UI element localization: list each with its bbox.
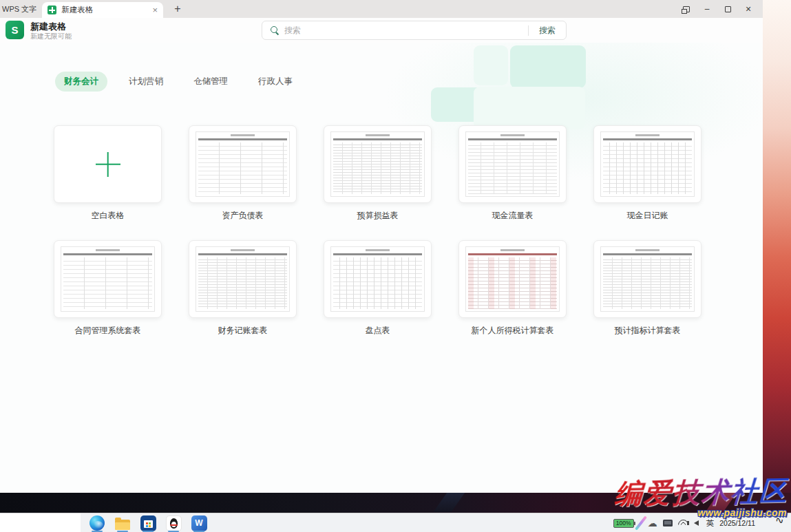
mint-square-decoration: [510, 45, 586, 88]
template-label: 盘点表: [366, 325, 390, 337]
mint-square-decoration: [474, 45, 508, 85]
desktop-wallpaper-right: [763, 0, 791, 513]
plus-icon: [96, 152, 120, 177]
minimize-button[interactable]: –: [697, 1, 717, 17]
template-label: 现金流量表: [492, 210, 534, 222]
page-subtitle: 新建无限可能: [30, 32, 72, 41]
template-thumbnail: [61, 246, 155, 312]
template-thumbnail: [196, 246, 290, 312]
wps-sheets-logo: S: [6, 21, 24, 39]
template-thumbnail: [196, 131, 290, 197]
search-input[interactable]: [284, 25, 528, 35]
search-bar: 搜索: [262, 21, 567, 40]
template-cell: 预计指标计算套表: [593, 240, 702, 337]
template-row: 合同管理系统套表 财务记账套表 盘点表 新个人所得税计算套表: [54, 240, 702, 337]
mint-square-decoration: [474, 87, 585, 129]
template-card[interactable]: [593, 125, 702, 203]
template-label: 资产负债表: [222, 210, 264, 222]
template-card[interactable]: [593, 240, 702, 318]
search-icon: [271, 26, 279, 34]
word-icon: W: [191, 515, 207, 531]
template-card-blank[interactable]: [54, 125, 162, 203]
tab-new-spreadsheet[interactable]: 新建表格 ×: [42, 2, 163, 18]
display-icon[interactable]: [663, 520, 673, 526]
template-card[interactable]: [458, 125, 567, 203]
category-tab-planning[interactable]: 计划营销: [120, 72, 172, 92]
template-label: 合同管理系统套表: [75, 325, 141, 337]
template-label: 新个人所得税计算套表: [472, 325, 554, 337]
taskbar-search-box[interactable]: [0, 513, 81, 532]
template-thumbnail: [330, 246, 425, 312]
template-card[interactable]: [458, 240, 567, 318]
wps-window: WPS 文字 新建表格 × + – × S 新建表格 新建无限可能 搜索: [0, 0, 763, 493]
template-card[interactable]: [189, 125, 297, 203]
maximize-button[interactable]: [717, 1, 738, 17]
close-button[interactable]: ×: [738, 1, 759, 17]
template-cell: 新个人所得税计算套表: [458, 240, 567, 337]
category-tab-hr[interactable]: 行政人事: [249, 72, 302, 92]
windows-taskbar: W 100% ☁ 英 2025/12/11: [0, 513, 791, 532]
category-tab-finance[interactable]: 财务会计: [55, 72, 107, 92]
search-button[interactable]: 搜索: [529, 25, 566, 36]
input-method-indicator[interactable]: 英: [706, 518, 715, 529]
battery-indicator[interactable]: 100%: [613, 519, 634, 528]
template-label: 预计指标计算套表: [615, 325, 681, 337]
taskbar-word-icon[interactable]: W: [190, 514, 208, 532]
stylus-pen-decoration: [635, 515, 647, 530]
template-thumbnail: [465, 131, 560, 197]
template-thumbnail: [465, 246, 560, 312]
tab-title: 新建表格: [61, 5, 147, 15]
template-cell: 预算损益表: [324, 125, 432, 222]
template-card[interactable]: [324, 125, 432, 203]
template-thumbnail: [600, 246, 695, 312]
restore-layout-button[interactable]: [676, 1, 697, 17]
spreadsheet-icon: [48, 6, 56, 14]
category-tab-warehouse[interactable]: 仓储管理: [184, 72, 237, 92]
template-card[interactable]: [324, 240, 432, 318]
category-tabs: 财务会计 计划营销 仓储管理 行政人事: [55, 72, 302, 92]
template-card[interactable]: [189, 240, 297, 318]
template-cell: 财务记账套表: [189, 240, 297, 337]
template-cell: 现金流量表: [458, 125, 567, 222]
watermark-url: www.paijishu.com: [697, 507, 787, 518]
template-thumbnail: [330, 131, 425, 197]
new-tab-button[interactable]: +: [174, 3, 180, 14]
taskbar-edge-icon[interactable]: [88, 514, 106, 532]
folder-icon: [115, 520, 130, 530]
template-thumbnail: [600, 131, 695, 197]
template-row: 空白表格 资产负债表 预算损益表 现金流量表: [54, 125, 702, 222]
maximize-icon: [725, 6, 731, 12]
template-cell: 资产负债表: [189, 125, 297, 222]
qq-penguin-icon: [166, 515, 182, 531]
store-icon: [140, 515, 156, 531]
template-label: 预算损益表: [357, 210, 399, 222]
template-card[interactable]: [54, 240, 162, 318]
template-label: 财务记账套表: [218, 325, 268, 337]
template-cell: 合同管理系统套表: [54, 240, 162, 337]
taskbar-qq-icon[interactable]: [165, 514, 182, 532]
tab-bar: WPS 文字 新建表格 × + – ×: [0, 0, 763, 18]
taskbar-file-explorer-icon[interactable]: [114, 514, 131, 532]
taskbar-icons: W: [88, 514, 208, 532]
template-gallery: 财务会计 计划营销 仓储管理 行政人事 空白表格 资产负债表: [0, 43, 763, 493]
volume-icon[interactable]: [694, 520, 699, 526]
edge-icon: [89, 515, 105, 531]
header-bar: S 新建表格 新建无限可能 搜索: [0, 18, 763, 43]
template-label: 空白表格: [92, 210, 125, 222]
clock-date[interactable]: 2025/12/11: [719, 519, 755, 527]
template-cell: 现金日记账: [593, 125, 702, 222]
cloud-icon[interactable]: ☁: [648, 518, 657, 528]
template-cell: 盘点表: [324, 240, 432, 337]
restore-icon: [683, 6, 690, 12]
template-cell: 空白表格: [54, 125, 162, 222]
tab-close-icon[interactable]: ×: [153, 6, 158, 14]
app-label[interactable]: WPS 文字: [2, 4, 36, 14]
window-controls: – ×: [676, 1, 759, 17]
taskbar-microsoft-store-icon[interactable]: [139, 514, 157, 532]
template-label: 现金日记账: [627, 210, 668, 222]
